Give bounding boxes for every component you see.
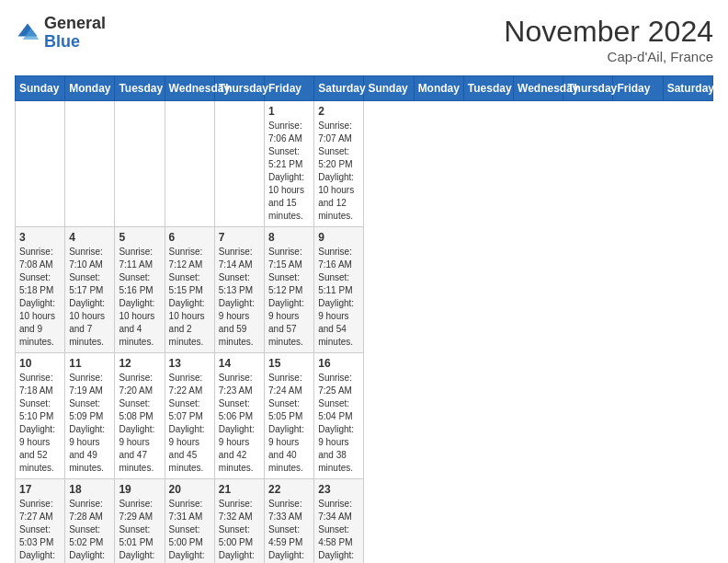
calendar-cell: 18Sunrise: 7:28 AM Sunset: 5:02 PM Dayli… bbox=[65, 479, 115, 564]
calendar-cell: 16Sunrise: 7:25 AM Sunset: 5:04 PM Dayli… bbox=[314, 353, 364, 479]
logo-general: General bbox=[44, 14, 106, 32]
day-number: 22 bbox=[268, 483, 310, 496]
day-info: Sunrise: 7:34 AM Sunset: 4:58 PM Dayligh… bbox=[318, 498, 359, 563]
day-info: Sunrise: 7:28 AM Sunset: 5:02 PM Dayligh… bbox=[69, 498, 110, 563]
calendar-week-4: 17Sunrise: 7:27 AM Sunset: 5:03 PM Dayli… bbox=[16, 479, 713, 564]
calendar-cell: 3Sunrise: 7:08 AM Sunset: 5:18 PM Daylig… bbox=[16, 227, 65, 353]
day-number: 7 bbox=[219, 231, 260, 244]
day-number: 4 bbox=[69, 231, 110, 244]
day-number: 15 bbox=[268, 357, 310, 370]
calendar-cell: 8Sunrise: 7:15 AM Sunset: 5:12 PM Daylig… bbox=[265, 227, 314, 353]
col-header-sunday: Sunday bbox=[16, 76, 65, 101]
calendar-cell: 21Sunrise: 7:32 AM Sunset: 5:00 PM Dayli… bbox=[214, 479, 264, 564]
month-title: November 2024 bbox=[504, 15, 713, 49]
day-info: Sunrise: 7:15 AM Sunset: 5:12 PM Dayligh… bbox=[268, 246, 310, 349]
day-info: Sunrise: 7:25 AM Sunset: 5:04 PM Dayligh… bbox=[318, 372, 359, 475]
day-number: 20 bbox=[169, 483, 210, 496]
day-info: Sunrise: 7:20 AM Sunset: 5:08 PM Dayligh… bbox=[119, 372, 160, 475]
logo-icon bbox=[15, 20, 40, 46]
col-header-friday: Friday bbox=[613, 76, 663, 101]
day-info: Sunrise: 7:19 AM Sunset: 5:09 PM Dayligh… bbox=[69, 372, 110, 475]
calendar-cell: 20Sunrise: 7:31 AM Sunset: 5:00 PM Dayli… bbox=[165, 479, 214, 564]
calendar-cell: 1Sunrise: 7:06 AM Sunset: 5:21 PM Daylig… bbox=[265, 101, 314, 227]
calendar-table: SundayMondayTuesdayWednesdayThursdayFrid… bbox=[15, 75, 713, 563]
col-header-friday: Friday bbox=[265, 76, 314, 101]
day-info: Sunrise: 7:18 AM Sunset: 5:10 PM Dayligh… bbox=[19, 372, 61, 475]
calendar-cell: 14Sunrise: 7:23 AM Sunset: 5:06 PM Dayli… bbox=[214, 353, 264, 479]
day-info: Sunrise: 7:16 AM Sunset: 5:11 PM Dayligh… bbox=[318, 246, 359, 349]
day-info: Sunrise: 7:08 AM Sunset: 5:18 PM Dayligh… bbox=[19, 246, 61, 349]
day-number: 23 bbox=[318, 483, 359, 496]
calendar-cell: 7Sunrise: 7:14 AM Sunset: 5:13 PM Daylig… bbox=[214, 227, 264, 353]
col-header-tuesday: Tuesday bbox=[463, 76, 513, 101]
calendar-header-row: SundayMondayTuesdayWednesdayThursdayFrid… bbox=[16, 76, 713, 101]
calendar-cell bbox=[115, 101, 165, 227]
day-info: Sunrise: 7:12 AM Sunset: 5:15 PM Dayligh… bbox=[169, 246, 210, 349]
col-header-thursday: Thursday bbox=[214, 76, 264, 101]
day-number: 2 bbox=[318, 105, 359, 118]
logo: General Blue bbox=[15, 15, 106, 52]
col-header-sunday: Sunday bbox=[364, 76, 414, 101]
day-number: 3 bbox=[19, 231, 61, 244]
col-header-thursday: Thursday bbox=[563, 76, 613, 101]
calendar-cell bbox=[16, 101, 65, 227]
page-header: General Blue November 2024 Cap-d'Ail, Fr… bbox=[15, 15, 713, 64]
day-number: 16 bbox=[318, 357, 359, 370]
day-number: 13 bbox=[169, 357, 210, 370]
logo-blue: Blue bbox=[44, 32, 80, 51]
day-number: 5 bbox=[119, 231, 160, 244]
calendar-cell bbox=[214, 101, 264, 227]
day-number: 12 bbox=[119, 357, 160, 370]
calendar-cell: 11Sunrise: 7:19 AM Sunset: 5:09 PM Dayli… bbox=[65, 353, 115, 479]
calendar-cell: 13Sunrise: 7:22 AM Sunset: 5:07 PM Dayli… bbox=[165, 353, 214, 479]
calendar-cell: 23Sunrise: 7:34 AM Sunset: 4:58 PM Dayli… bbox=[314, 479, 364, 564]
day-info: Sunrise: 7:33 AM Sunset: 4:59 PM Dayligh… bbox=[268, 498, 310, 563]
day-number: 21 bbox=[219, 483, 260, 496]
day-info: Sunrise: 7:31 AM Sunset: 5:00 PM Dayligh… bbox=[169, 498, 210, 563]
day-number: 17 bbox=[19, 483, 61, 496]
day-info: Sunrise: 7:27 AM Sunset: 5:03 PM Dayligh… bbox=[19, 498, 61, 563]
day-info: Sunrise: 7:06 AM Sunset: 5:21 PM Dayligh… bbox=[268, 120, 310, 223]
calendar-cell: 22Sunrise: 7:33 AM Sunset: 4:59 PM Dayli… bbox=[265, 479, 314, 564]
calendar-cell: 9Sunrise: 7:16 AM Sunset: 5:11 PM Daylig… bbox=[314, 227, 364, 353]
col-header-wednesday: Wednesday bbox=[165, 76, 214, 101]
calendar-week-1: 1Sunrise: 7:06 AM Sunset: 5:21 PM Daylig… bbox=[16, 101, 713, 227]
calendar-cell: 10Sunrise: 7:18 AM Sunset: 5:10 PM Dayli… bbox=[16, 353, 65, 479]
calendar-week-2: 3Sunrise: 7:08 AM Sunset: 5:18 PM Daylig… bbox=[16, 227, 713, 353]
title-block: November 2024 Cap-d'Ail, France bbox=[504, 15, 713, 64]
calendar-cell bbox=[65, 101, 115, 227]
day-number: 10 bbox=[19, 357, 61, 370]
logo-text: General Blue bbox=[44, 15, 106, 52]
day-info: Sunrise: 7:14 AM Sunset: 5:13 PM Dayligh… bbox=[219, 246, 260, 349]
day-info: Sunrise: 7:11 AM Sunset: 5:16 PM Dayligh… bbox=[119, 246, 160, 349]
col-header-monday: Monday bbox=[65, 76, 115, 101]
col-header-saturday: Saturday bbox=[663, 76, 712, 101]
day-number: 19 bbox=[119, 483, 160, 496]
day-info: Sunrise: 7:10 AM Sunset: 5:17 PM Dayligh… bbox=[69, 246, 110, 349]
day-info: Sunrise: 7:23 AM Sunset: 5:06 PM Dayligh… bbox=[219, 372, 260, 475]
day-info: Sunrise: 7:29 AM Sunset: 5:01 PM Dayligh… bbox=[119, 498, 160, 563]
day-number: 9 bbox=[318, 231, 359, 244]
calendar-week-3: 10Sunrise: 7:18 AM Sunset: 5:10 PM Dayli… bbox=[16, 353, 713, 479]
calendar-cell bbox=[165, 101, 214, 227]
day-info: Sunrise: 7:24 AM Sunset: 5:05 PM Dayligh… bbox=[268, 372, 310, 475]
calendar-cell: 6Sunrise: 7:12 AM Sunset: 5:15 PM Daylig… bbox=[165, 227, 214, 353]
day-number: 1 bbox=[268, 105, 310, 118]
calendar-cell: 15Sunrise: 7:24 AM Sunset: 5:05 PM Dayli… bbox=[265, 353, 314, 479]
col-header-monday: Monday bbox=[414, 76, 463, 101]
calendar-cell: 17Sunrise: 7:27 AM Sunset: 5:03 PM Dayli… bbox=[16, 479, 65, 564]
calendar-cell: 4Sunrise: 7:10 AM Sunset: 5:17 PM Daylig… bbox=[65, 227, 115, 353]
day-info: Sunrise: 7:22 AM Sunset: 5:07 PM Dayligh… bbox=[169, 372, 210, 475]
calendar-cell: 19Sunrise: 7:29 AM Sunset: 5:01 PM Dayli… bbox=[115, 479, 165, 564]
day-info: Sunrise: 7:32 AM Sunset: 5:00 PM Dayligh… bbox=[219, 498, 260, 563]
day-number: 6 bbox=[169, 231, 210, 244]
calendar-cell: 5Sunrise: 7:11 AM Sunset: 5:16 PM Daylig… bbox=[115, 227, 165, 353]
day-number: 18 bbox=[69, 483, 110, 496]
calendar-cell: 2Sunrise: 7:07 AM Sunset: 5:20 PM Daylig… bbox=[314, 101, 364, 227]
col-header-saturday: Saturday bbox=[314, 76, 364, 101]
calendar-cell: 12Sunrise: 7:20 AM Sunset: 5:08 PM Dayli… bbox=[115, 353, 165, 479]
location: Cap-d'Ail, France bbox=[504, 49, 713, 64]
day-info: Sunrise: 7:07 AM Sunset: 5:20 PM Dayligh… bbox=[318, 120, 359, 223]
day-number: 14 bbox=[219, 357, 260, 370]
day-number: 11 bbox=[69, 357, 110, 370]
